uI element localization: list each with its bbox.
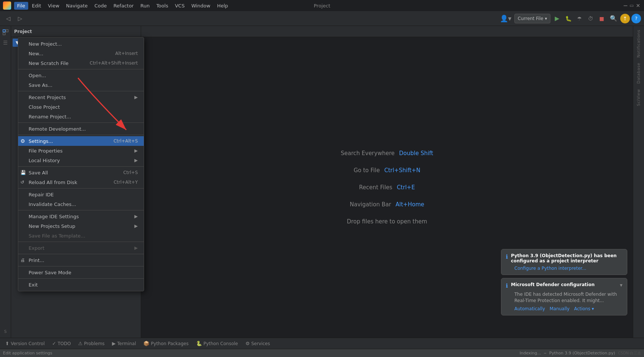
menu-save-as[interactable]: Save As... — [18, 80, 144, 90]
separator-11 — [18, 278, 144, 279]
menu-help[interactable]: Help — [214, 2, 231, 10]
todo-tab[interactable]: ✓ TODO — [50, 338, 73, 349]
profile-run-button[interactable]: ⏱ — [585, 13, 596, 24]
menu-new-project-label: New Project... — [29, 41, 62, 47]
menu-navigate[interactable]: Navigate — [63, 2, 91, 10]
editor-tabs — [141, 26, 633, 37]
menu-manage-ide-label: Manage IDE Settings — [29, 214, 79, 219]
project-tool-icon[interactable] — [1, 27, 10, 37]
menu-code[interactable]: Code — [91, 2, 110, 10]
separator-7 — [18, 210, 144, 210]
profile-button[interactable]: 👤▾ — [500, 14, 511, 22]
menu-vcs[interactable]: VCS — [172, 2, 188, 10]
python-packages-tab[interactable]: 📦 Python Packages — [141, 338, 191, 349]
notification-python-header: ℹ Python 3.9 (ObjectDetection.py) has be… — [506, 253, 622, 263]
menu-exit[interactable]: Exit — [18, 280, 144, 289]
menu-reload[interactable]: ↺ Reload All from Disk Ctrl+Alt+Y — [18, 177, 144, 187]
sciview-panel-tab[interactable]: SciView — [636, 87, 641, 108]
defender-automatically-link[interactable]: Automatically — [514, 306, 545, 311]
project-label: Project — [14, 29, 32, 34]
python-packages-icon: 📦 — [143, 341, 149, 346]
menu-new-project[interactable]: New Project... — [18, 39, 144, 49]
menu-save-template: Save File as Template... — [18, 231, 144, 240]
todo-icon: ✓ — [52, 341, 56, 346]
menu-new-projects-setup[interactable]: New Projects Setup ▶ — [18, 221, 144, 231]
settings-icon: ⚙ — [20, 138, 25, 144]
menu-reload-label: Reload All from Disk — [29, 180, 77, 185]
menu-rename-project[interactable]: Rename Project... — [18, 112, 144, 121]
notification-defender-links: Automatically Manually Actions ▾ — [514, 306, 622, 311]
search-everywhere-button[interactable]: 🔍 — [608, 13, 619, 24]
run-button[interactable]: ▶ — [552, 13, 562, 24]
notifications-panel-tab[interactable]: Notifications — [636, 27, 641, 60]
menu-settings[interactable]: ⚙ Settings... Ctrl+Alt+S — [18, 136, 144, 146]
services-tab[interactable]: ⚙ Services — [243, 338, 272, 349]
python-interpreter-status[interactable]: Python 3.9 (ObjectDetection.py) — [549, 351, 615, 356]
menu-local-history[interactable]: Local History ▶ — [18, 155, 144, 165]
menu-recent-projects[interactable]: Recent Projects ▶ — [18, 92, 144, 102]
menu-remote-dev-label: Remote Development... — [29, 126, 86, 132]
terminal-icon: ▶ — [112, 341, 116, 346]
menu-new-scratch[interactable]: New Scratch File Ctrl+Alt+Shift+Insert — [18, 58, 144, 68]
current-file-dropdown[interactable]: Current File ▾ — [514, 14, 550, 23]
python-console-tab[interactable]: 🐍 Python Console — [194, 338, 240, 349]
bookmark-tool-icon[interactable]: ☰ — [1, 38, 10, 48]
menu-run[interactable]: Run — [137, 2, 153, 10]
menu-save-as-label: Save As... — [29, 82, 52, 88]
coverage-button[interactable]: ☂ — [574, 13, 585, 24]
debug-button[interactable]: 🐛 — [563, 13, 573, 24]
close-button[interactable]: ✕ — [635, 3, 641, 9]
update-button[interactable]: ↑ — [620, 14, 630, 23]
recent-files-label: Recent Files — [359, 184, 393, 191]
bottom-tabs-bar: ⬆ Version Control ✓ TODO ⚠ Problems ▶ Te… — [0, 338, 644, 349]
database-panel-tab[interactable]: Database — [636, 60, 641, 86]
menu-print[interactable]: 🖨 Print... — [18, 255, 144, 265]
defender-actions-link[interactable]: Actions ▾ — [574, 306, 594, 311]
reload-icon: ↺ — [20, 180, 24, 185]
minimize-button[interactable]: ─ — [622, 3, 628, 9]
stop-button[interactable]: ■ — [596, 13, 607, 24]
menu-reload-shortcut: Ctrl+Alt+Y — [105, 180, 138, 185]
menu-file-properties[interactable]: File Properties ▶ — [18, 146, 144, 155]
help-icon[interactable]: ? — [631, 14, 641, 23]
python-console-label: Python Console — [204, 341, 238, 346]
menu-invalidate-caches[interactable]: Invalidate Caches... — [18, 199, 144, 209]
problems-icon: ⚠ — [78, 341, 83, 346]
structure-tool-icon[interactable]: S — [1, 327, 10, 336]
menu-close-project[interactable]: Close Project — [18, 102, 144, 112]
notification-expand-icon[interactable]: ▾ — [620, 282, 622, 288]
notification-python-title: Python 3.9 (ObjectDetection.py) has been… — [511, 253, 622, 263]
edit-settings-status[interactable]: Edit application settings — [3, 351, 52, 356]
menu-window[interactable]: Window — [188, 2, 213, 10]
project-nav-back[interactable]: ◁ — [3, 13, 13, 24]
menu-power-save[interactable]: Power Save Mode — [18, 268, 144, 277]
menu-tools[interactable]: Tools — [153, 2, 171, 10]
defender-manually-link[interactable]: Manually — [550, 306, 570, 311]
separator-8 — [18, 242, 144, 242]
menu-remote-dev[interactable]: Remote Development... — [18, 124, 144, 134]
menu-manage-ide[interactable]: Manage IDE Settings ▶ — [18, 212, 144, 221]
menu-new[interactable]: New... Alt+Insert — [18, 49, 144, 58]
menu-repair-ide[interactable]: Repair IDE — [18, 190, 144, 199]
menu-edit[interactable]: Edit — [29, 2, 44, 10]
menu-save-all-label: Save All — [29, 170, 48, 176]
problems-tab[interactable]: ⚠ Problems — [76, 338, 107, 349]
navbar-label: Navigation Bar — [350, 201, 391, 208]
maximize-button[interactable]: ▭ — [629, 3, 635, 9]
menu-open[interactable]: Open... — [18, 71, 144, 80]
navbar-shortcut: Alt+Home — [396, 201, 424, 208]
configure-interpreter-link[interactable]: Configure a Python interpreter... — [514, 266, 586, 271]
menu-view[interactable]: View — [45, 2, 62, 10]
current-file-label: Current File — [518, 16, 543, 21]
menu-save-all[interactable]: 💾 Save All Ctrl+S — [18, 168, 144, 177]
terminal-tab[interactable]: ▶ Terminal — [110, 338, 139, 349]
menu-file[interactable]: File — [14, 2, 28, 10]
menu-print-label: Print... — [29, 258, 44, 263]
hint-recent: Recent Files Ctrl+E — [359, 184, 415, 191]
project-nav-forward[interactable]: ▷ — [15, 13, 25, 24]
notification-info-icon-2: ℹ — [506, 282, 508, 289]
version-control-tab[interactable]: ⬆ Version Control — [3, 338, 47, 349]
project-panel-header: Project — [11, 26, 141, 37]
menu-refactor[interactable]: Refactor — [110, 2, 137, 10]
menu-close-project-label: Close Project — [29, 104, 60, 110]
